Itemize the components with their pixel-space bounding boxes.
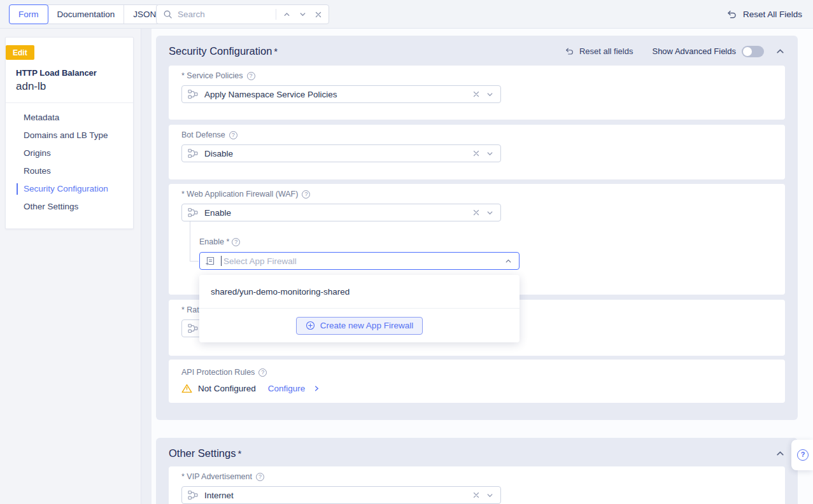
app-firewall-combobox[interactable]: Select App Firewall [199, 252, 520, 270]
waf-value: Enable [204, 208, 231, 218]
text-cursor [221, 256, 222, 266]
required-marker: * [274, 46, 278, 57]
sidebar-item-security-configuration[interactable]: Security Configuration [6, 180, 133, 198]
security-section-header: Security Configuration * Reset all field… [156, 36, 798, 57]
view-tab-group: Form Documentation JSON [9, 4, 166, 24]
ref-object-icon [188, 207, 198, 218]
app-firewall-dropdown: shared/yun-demo-monitoring-shared Create… [199, 275, 520, 342]
toggle-knob [743, 47, 752, 56]
help-icon[interactable]: ? [258, 368, 267, 377]
vip-advertisement-select[interactable]: Internet [181, 486, 501, 504]
tab-form[interactable]: Form [9, 4, 48, 24]
chevron-up-icon [775, 46, 785, 56]
create-app-firewall-label: Create new App Firewall [320, 321, 413, 330]
chevron-down-icon[interactable] [486, 491, 494, 500]
configure-link[interactable]: Configure [268, 384, 306, 393]
help-button[interactable]: ? [791, 440, 813, 470]
sidebar-item-other-settings[interactable]: Other Settings [6, 198, 133, 216]
clear-icon[interactable] [472, 491, 480, 499]
search-next-button[interactable] [295, 8, 311, 21]
sidebar-item-routes[interactable]: Routes [6, 162, 133, 180]
search-divider [276, 9, 276, 20]
search-box[interactable]: Search [156, 4, 329, 24]
object-type-label: HTTP Load Balancer [16, 68, 123, 78]
help-icon[interactable]: ? [302, 190, 310, 199]
undo-icon [726, 10, 737, 19]
service-policies-select[interactable]: Apply Namespace Service Policies [181, 85, 501, 103]
waf-select[interactable]: Enable [181, 204, 501, 221]
advanced-fields-label: Show Advanced Fields [652, 46, 736, 56]
api-protection-status: Not Configured [198, 384, 256, 393]
plus-circle-icon [306, 321, 315, 330]
service-policies-value: Apply Namespace Service Policies [204, 90, 337, 99]
reset-section-fields-button[interactable]: Reset all fields [565, 46, 633, 56]
app-firewall-input[interactable]: Select App Firewall [223, 256, 297, 266]
reset-all-fields-label: Reset All Fields [743, 10, 802, 19]
security-configuration-section: Security Configuration * Reset all field… [156, 36, 798, 420]
required-marker: * [237, 448, 241, 459]
section-title: Security Configuration [169, 45, 272, 57]
help-icon[interactable]: ? [229, 131, 237, 139]
waf-label: * Web Application Firewall (WAF) [181, 190, 298, 199]
sidebar-item-domains-lb-type[interactable]: Domains and LB Type [6, 127, 133, 144]
help-icon[interactable]: ? [256, 473, 264, 481]
field-vip-advertisement: * VIP Advertisement ? Internet [169, 466, 785, 504]
reset-all-fields-button[interactable]: Reset All Fields [726, 0, 802, 29]
clear-icon[interactable] [472, 90, 480, 98]
dropdown-option[interactable]: shared/yun-demo-monitoring-shared [199, 275, 520, 309]
topbar: Form Documentation JSON Search Reset All… [0, 0, 813, 29]
sidebar-item-origins[interactable]: Origins [6, 144, 133, 162]
search-icon [163, 10, 173, 19]
chevron-up-icon[interactable] [504, 257, 519, 265]
create-app-firewall-button[interactable]: Create new App Firewall [296, 317, 423, 335]
help-icon[interactable]: ? [247, 72, 255, 80]
tab-documentation[interactable]: Documentation [48, 5, 124, 24]
question-circle-icon: ? [797, 449, 809, 461]
search-clear-button[interactable] [311, 8, 329, 21]
field-bot-defense: Bot Defense ? Disable [169, 125, 785, 179]
chevron-down-icon[interactable] [486, 90, 494, 99]
search-prev-button[interactable] [279, 8, 295, 21]
field-waf: * Web Application Firewall (WAF) ? Enabl… [169, 184, 785, 295]
chevron-right-icon[interactable] [313, 385, 320, 392]
clear-icon[interactable] [472, 209, 480, 216]
vip-advertisement-value: Internet [204, 491, 234, 500]
undo-icon [565, 47, 574, 55]
object-card: Edit HTTP Load Balancer adn-lb Metadata … [5, 37, 134, 229]
chevron-up-icon [775, 449, 785, 458]
object-name: adn-lb [16, 80, 123, 93]
chevron-up-icon [283, 10, 291, 18]
advanced-fields-toggle[interactable] [742, 46, 764, 57]
field-service-policies: * Service Policies ? Apply Namespace Ser… [169, 66, 785, 120]
ref-object-icon [188, 89, 198, 99]
ref-object-icon [188, 323, 198, 333]
chevron-down-icon[interactable] [486, 150, 494, 158]
bot-defense-label: Bot Defense [181, 130, 225, 139]
chevron-down-icon[interactable] [486, 209, 494, 217]
other-settings-section: Other Settings * * VIP Advertisement ? I… [156, 438, 798, 504]
api-protection-label: API Protection Rules [181, 368, 255, 377]
bot-defense-select[interactable]: Disable [181, 144, 501, 162]
warning-icon [181, 384, 192, 393]
scroll-gutter [141, 29, 152, 504]
sidebar: Edit HTTP Load Balancer adn-lb Metadata … [0, 29, 141, 504]
ref-object-icon [188, 490, 198, 500]
collapse-security-section-button[interactable] [775, 46, 785, 56]
search-input[interactable]: Search [178, 10, 276, 19]
vip-advertisement-label: * VIP Advertisement [181, 472, 252, 481]
app-firewall-label: Enable * [199, 237, 229, 246]
collapse-other-section-button[interactable] [775, 449, 785, 458]
clear-icon[interactable] [472, 150, 480, 157]
edit-badge: Edit [6, 45, 34, 60]
field-api-protection-rules: API Protection Rules ? Not Configured Co… [169, 360, 785, 403]
close-icon [315, 11, 322, 18]
bot-defense-value: Disable [204, 149, 233, 158]
sidebar-item-metadata[interactable]: Metadata [6, 109, 133, 127]
ref-object-icon [188, 148, 198, 158]
help-icon[interactable]: ? [232, 238, 240, 246]
section-title: Other Settings [169, 447, 236, 459]
dropdown-footer: Create new App Firewall [199, 309, 520, 342]
field-app-firewall: Enable * ? Select App Firewall shared/yu… [199, 237, 520, 270]
nested-connector-line [190, 221, 190, 262]
reset-section-label: Reset all fields [579, 46, 633, 56]
